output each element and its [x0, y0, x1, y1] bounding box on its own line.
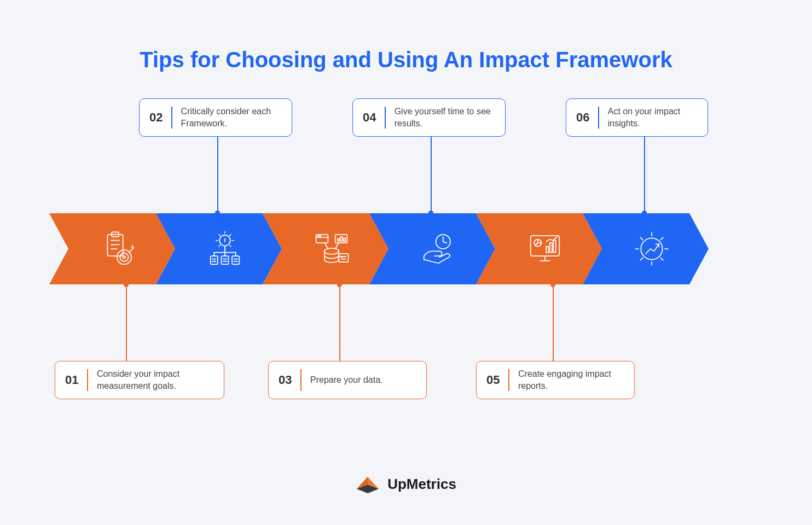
step-text: Consider your impact measurement goals.	[88, 368, 203, 392]
svg-point-7	[123, 256, 125, 258]
svg-rect-0	[107, 235, 123, 256]
svg-rect-49	[553, 241, 555, 253]
connector-step-4	[431, 137, 432, 213]
callout-step-1: 01 Consider your impact measurement goal…	[55, 361, 224, 399]
svg-point-29	[320, 236, 321, 237]
svg-line-37	[324, 243, 328, 249]
page-title: Tips for Choosing and Using An Impact Fr…	[0, 48, 812, 72]
brand-logo: UpMetrics	[356, 474, 456, 494]
callout-step-2: 02 Critically consider each Framework.	[139, 98, 292, 137]
step-number: 02	[149, 106, 171, 130]
gear-arrow-icon	[583, 213, 709, 284]
step-number: 03	[279, 368, 300, 392]
callout-step-5: 05 Create engaging impact reports.	[476, 361, 635, 399]
step-text: Critically consider each Framework.	[172, 106, 282, 130]
svg-line-42	[443, 242, 447, 243]
svg-point-50	[641, 238, 662, 259]
svg-rect-31	[338, 238, 339, 241]
step-text: Act on your impact insights.	[599, 106, 698, 130]
callout-step-6: 06 Act on your impact insights.	[566, 98, 708, 137]
logo-mark-icon	[356, 474, 380, 494]
footer: UpMetrics	[0, 474, 812, 497]
svg-rect-48	[550, 243, 552, 253]
connector-step-2	[217, 137, 218, 213]
svg-rect-18	[232, 256, 239, 264]
svg-rect-32	[340, 237, 342, 241]
step-number: 05	[486, 368, 508, 392]
svg-point-28	[318, 236, 319, 237]
step-number: 01	[65, 368, 87, 392]
brand-name: UpMetrics	[387, 476, 456, 493]
svg-rect-17	[221, 256, 228, 264]
connector-step-5	[553, 284, 554, 361]
connector-step-1	[126, 284, 127, 361]
process-flow	[49, 213, 761, 284]
svg-rect-34	[339, 254, 349, 262]
callout-step-3: 03 Prepare your data.	[268, 361, 427, 399]
svg-rect-47	[546, 247, 548, 253]
step-text: Give yourself time to see results.	[386, 106, 495, 130]
svg-line-38	[335, 243, 339, 249]
callout-step-4: 04 Give yourself time to see results.	[352, 98, 506, 137]
step-6-chevron	[583, 213, 709, 284]
svg-point-25	[324, 248, 339, 254]
step-number: 06	[576, 106, 598, 130]
svg-point-6	[120, 253, 128, 261]
step-text: Create engaging impact reports.	[509, 368, 624, 392]
step-number: 04	[363, 106, 385, 130]
svg-rect-33	[344, 238, 345, 241]
step-text: Prepare your data.	[301, 368, 383, 392]
svg-rect-16	[211, 256, 218, 264]
svg-line-8	[129, 248, 134, 253]
connector-step-3	[339, 284, 340, 361]
connector-step-6	[644, 137, 645, 213]
